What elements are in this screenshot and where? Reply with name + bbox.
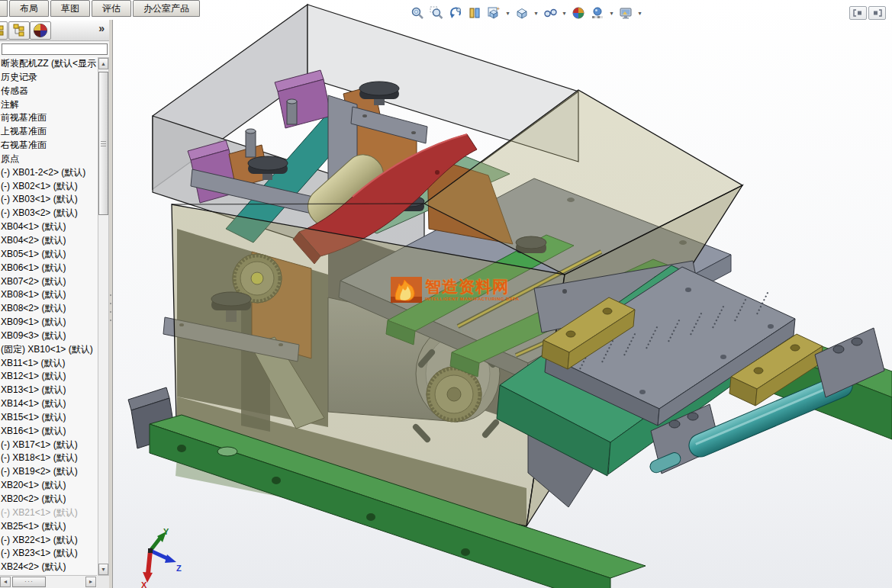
feature-tree-item[interactable]: 传感器: [0, 85, 98, 98]
vertical-scroll-thumb[interactable]: [98, 72, 108, 215]
scroll-up-icon[interactable]: ▲: [98, 58, 108, 69]
feature-tree-item[interactable]: (-) XB17<1> (默认): [0, 439, 98, 452]
feature-tree-item[interactable]: XB20<2> (默认): [0, 493, 98, 506]
feature-tree-item[interactable]: XB09<3> (默认): [0, 329, 98, 343]
guide-pin: [287, 99, 297, 124]
configurationmanager-ball-icon[interactable]: [30, 21, 51, 40]
feature-tree-item[interactable]: (-) XB23<1> (默认): [0, 547, 98, 561]
feature-tree-item[interactable]: (-) XB03<1> (默认): [0, 193, 98, 207]
feature-tree-item[interactable]: (固定) XB10<1> (默认): [0, 343, 98, 357]
feature-tree-item[interactable]: 注解: [0, 98, 98, 112]
section-view-icon[interactable]: [466, 5, 483, 21]
edit-appearance-icon[interactable]: [570, 5, 587, 21]
feature-tree-item[interactable]: (-) XB21<1> (默认): [0, 506, 98, 520]
feature-tree-item[interactable]: (-) XB19<2> (默认): [0, 465, 98, 479]
feature-tree-item[interactable]: XB07<2> (默认): [0, 275, 98, 289]
feature-tree-item[interactable]: XB12<1> (默认): [0, 370, 98, 384]
propertymanager-icon[interactable]: [8, 21, 30, 40]
view-settings-icon[interactable]: [617, 5, 634, 21]
command-tab[interactable]: 布局: [9, 0, 49, 17]
feature-tree-item[interactable]: XB04<2> (默认): [0, 234, 98, 248]
feature-tree-item[interactable]: XB05<1> (默认): [0, 248, 98, 262]
dropdown-caret-icon[interactable]: ▾: [636, 10, 643, 17]
feature-tree-item[interactable]: 断装配机ZZ (默认<显示: [0, 57, 98, 71]
feature-tree-item[interactable]: XB13<1> (默认): [0, 384, 98, 397]
dropdown-caret-icon[interactable]: ▾: [608, 10, 615, 17]
watermark-title: 智造资料网: [425, 277, 519, 297]
svg-text:+: +: [497, 6, 500, 11]
tree-vertical-scrollbar[interactable]: ▲ ▼: [98, 57, 109, 576]
feature-tree-item[interactable]: 原点: [0, 153, 98, 166]
feature-tree-item[interactable]: XB20<1> (默认): [0, 479, 98, 493]
watermark-flame-icon: [391, 277, 422, 303]
hide-show-items-icon[interactable]: [542, 5, 559, 21]
feature-tree-item[interactable]: 上视基准面: [0, 125, 98, 139]
feature-tree-item[interactable]: XB11<1> (默认): [0, 357, 98, 371]
command-tab[interactable]: 评估: [92, 0, 131, 17]
display-style-icon[interactable]: [514, 5, 530, 21]
previous-view-icon[interactable]: [447, 5, 464, 21]
feature-filter-input[interactable]: [2, 43, 108, 55]
graphics-viewport[interactable]: Y Z X 智造资料网 INTELLIGENT MANUFACTURING DA…: [112, 0, 892, 588]
feature-tree-item[interactable]: (-) XB22<1> (默认): [0, 534, 98, 548]
horizontal-scroll-thumb[interactable]: ···: [12, 577, 46, 587]
guide-pin: [246, 129, 256, 157]
solidworks-window: { "command_tabs": { "items": [ {"label":…: [0, 0, 892, 588]
feature-tree-item[interactable]: (-) XB18<1> (默认): [0, 451, 98, 465]
feature-tree-item[interactable]: XB24<2> (默认): [0, 561, 98, 574]
feature-tree-item[interactable]: 历史记录: [0, 71, 98, 85]
panel-header: »: [0, 20, 112, 41]
watermark: 智造资料网 INTELLIGENT MANUFACTURING DATA: [391, 277, 519, 303]
featuremanager-tree-icon[interactable]: [0, 21, 8, 40]
zoom-fit-icon[interactable]: [409, 5, 426, 21]
feature-tree-item[interactable]: (-) XB01-2<2> (默认): [0, 166, 98, 180]
expand-panel-button[interactable]: »: [98, 22, 105, 34]
tab-clipped[interactable]: [0, 0, 8, 17]
command-tabbar: 布局草图评估办公室产品: [0, 0, 201, 17]
feature-tree-item[interactable]: 前视基准面: [0, 111, 98, 125]
tree-horizontal-scrollbar[interactable]: ◂ ··· ▸: [0, 575, 97, 588]
feature-tree-item[interactable]: XB16<1> (默认): [0, 425, 98, 439]
command-tab[interactable]: 草图: [50, 0, 90, 17]
panel-splitter-handle[interactable]: [109, 20, 112, 588]
triad-x-label: X: [141, 580, 147, 588]
feature-tree-item[interactable]: (-) XB03<2> (默认): [0, 207, 98, 220]
scroll-left-icon[interactable]: ◂: [0, 577, 11, 587]
zoom-area-icon[interactable]: [428, 5, 445, 21]
feature-tree-item[interactable]: XB09<1> (默认): [0, 316, 98, 329]
featuremanager-panel: » 断装配机ZZ (默认<显示历史记录传感器注解前视基准面上视基准面右视基准面原…: [0, 20, 113, 588]
feature-tree-item[interactable]: XB04<1> (默认): [0, 220, 98, 234]
scroll-down-icon[interactable]: ▼: [98, 564, 108, 575]
dropdown-caret-icon[interactable]: ▾: [533, 10, 539, 17]
dropdown-caret-icon[interactable]: ▾: [504, 10, 511, 17]
feature-tree-item[interactable]: XB15<1> (默认): [0, 411, 98, 425]
collapse-pane-left-button[interactable]: [849, 6, 867, 20]
dropdown-caret-icon[interactable]: ▾: [561, 10, 568, 17]
feature-tree-item[interactable]: XB08<2> (默认): [0, 302, 98, 316]
triad-z-label: Z: [176, 564, 182, 573]
feature-tree-item[interactable]: XB06<1> (默认): [0, 262, 98, 275]
feature-tree-item[interactable]: (-) XB02<1> (默认): [0, 180, 98, 194]
feature-tree-item[interactable]: XB14<1> (默认): [0, 397, 98, 411]
apply-scene-icon[interactable]: [589, 5, 606, 21]
feature-tree: 断装配机ZZ (默认<显示历史记录传感器注解前视基准面上视基准面右视基准面原点(…: [0, 57, 98, 576]
watermark-subtitle: INTELLIGENT MANUFACTURING DATA: [425, 297, 519, 301]
collapse-pane-right-button[interactable]: [868, 6, 886, 20]
scroll-right-icon[interactable]: ▸: [85, 577, 96, 587]
triad-y-label: Y: [163, 527, 169, 536]
command-tab[interactable]: 办公室产品: [133, 0, 200, 17]
view-orientation-icon[interactable]: +: [485, 5, 502, 21]
feature-tree-item[interactable]: XB08<1> (默认): [0, 288, 98, 302]
headsup-view-toolbar: + ▾ ▾ ▾ ▾ ▾: [409, 3, 643, 23]
feature-tree-item[interactable]: 右视基准面: [0, 139, 98, 153]
feature-tree-item[interactable]: XB25<1> (默认): [0, 520, 98, 534]
